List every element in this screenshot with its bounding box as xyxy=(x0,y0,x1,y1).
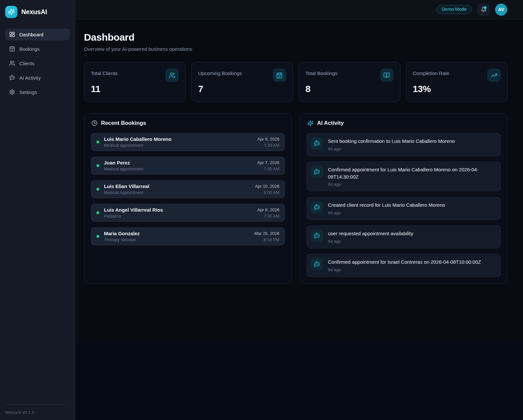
brand: NexusAI xyxy=(5,5,70,19)
booking-list-item[interactable]: Juan Perez Medical appointment Apr 7, 20… xyxy=(91,157,285,175)
booking-name: Luis Mario Caballero Moreno xyxy=(104,136,253,142)
booking-time: 7:30 AM xyxy=(257,166,279,171)
stat-card-total-clients: Total Clients 11 xyxy=(84,62,186,102)
sidebar-item-settings[interactable]: Settings xyxy=(5,86,70,98)
booking-name: Maria Gonzalez xyxy=(104,231,250,236)
stat-value: 7 xyxy=(198,84,286,94)
ai-activity-panel: AI Activity Sent booking confirmation to… xyxy=(300,113,508,284)
booking-list-item[interactable]: Luis Mario Caballero Moreno Medical appo… xyxy=(91,133,285,151)
activity-list-item[interactable]: Created client record for Luis Mario Cab… xyxy=(307,197,501,220)
notifications-button[interactable] xyxy=(477,4,490,16)
booking-date: Apr 9, 2026 xyxy=(257,137,279,142)
stat-value: 13% xyxy=(413,84,501,94)
activity-list-item[interactable]: user requested appointment availability … xyxy=(307,225,501,248)
sidebar-item-label: Settings xyxy=(19,89,37,95)
main-area: Demo Mode AV Dashboard Overview of your … xyxy=(75,0,523,420)
clock-icon xyxy=(91,120,97,126)
app-root: { "app": { "name": "NexusAI", "version":… xyxy=(0,0,523,420)
activity-text: user requested appointment availability xyxy=(328,230,495,237)
booking-time: 7:30 AM xyxy=(257,143,279,148)
stat-label: Total Clients xyxy=(91,68,118,76)
activity-list-item[interactable]: Sent booking confirmation to Luis Mario … xyxy=(307,133,501,156)
sparkles-icon xyxy=(307,120,313,126)
recent-bookings-panel: Recent Bookings Luis Mario Caballero Mor… xyxy=(84,113,292,284)
booking-date: Apr 10, 2026 xyxy=(255,184,279,189)
sidebar-item-label: Dashboard xyxy=(19,32,43,37)
booking-time: 7:30 AM xyxy=(257,214,279,219)
booking-date: Apr 7, 2026 xyxy=(257,160,279,165)
bot-icon xyxy=(311,166,323,178)
stat-value: 11 xyxy=(91,84,179,94)
booking-type: Medical appointment xyxy=(104,143,253,148)
panels-row: Recent Bookings Luis Mario Caballero Mor… xyxy=(84,113,508,284)
notification-dot xyxy=(484,6,487,9)
sidebar-item-clients[interactable]: Clients xyxy=(5,57,70,69)
dashboard-page: Dashboard Overview of your AI-powered bu… xyxy=(75,19,523,343)
stat-card-total-bookings: Total Bookings 8 xyxy=(299,62,400,102)
activity-text: Confirmed appointment for Israel Contrer… xyxy=(328,258,495,266)
activity-list-item[interactable]: Confirmed appointment for Israel Contrer… xyxy=(307,254,501,277)
bot-icon xyxy=(311,201,323,213)
activity-text: Sent booking confirmation to Luis Mario … xyxy=(328,138,495,145)
stat-label: Upcoming Bookings xyxy=(198,68,242,76)
status-dot xyxy=(96,141,99,143)
bot-icon xyxy=(9,75,15,81)
status-dot xyxy=(96,235,99,238)
booking-type: Medical appointment xyxy=(104,166,253,171)
sidebar-item-label: Clients xyxy=(19,61,34,66)
trending-up-icon xyxy=(487,68,501,82)
sidebar-item-dashboard[interactable]: Dashboard xyxy=(5,29,70,40)
users-icon xyxy=(165,68,179,82)
recent-bookings-header: Recent Bookings xyxy=(91,120,285,126)
booking-name: Luis Elian Villarreal xyxy=(104,183,251,189)
booking-type: Pediatría xyxy=(104,214,253,219)
book-open-icon xyxy=(380,68,393,82)
ai-activity-header: AI Activity xyxy=(307,120,501,126)
booking-list-item[interactable]: Maria Gonzalez Therapy Session Mar 25, 2… xyxy=(91,227,285,245)
layout-dashboard-icon xyxy=(9,31,15,37)
avatar[interactable]: AV xyxy=(495,4,507,16)
bot-icon xyxy=(311,258,323,270)
activity-list: Sent booking confirmation to Luis Mario … xyxy=(307,133,501,277)
stat-label: Completion Rate xyxy=(413,68,450,76)
activity-text: Confirmed appointment for Luis Mario Cab… xyxy=(328,166,495,181)
nexusai-logo-icon xyxy=(5,6,17,18)
page-title: Dashboard xyxy=(84,32,508,43)
booking-time: 8:00 AM xyxy=(255,190,279,195)
booking-name: Luis Angel Villarreal Rios xyxy=(104,207,253,213)
activity-timestamp: 9d ago xyxy=(328,146,495,151)
panel-title: Recent Bookings xyxy=(101,120,146,126)
stats-row: Total Clients 11 Upcoming Bookings 7 Tot… xyxy=(84,62,508,102)
bot-icon xyxy=(311,137,323,149)
demo-mode-badge: Demo Mode xyxy=(436,5,472,14)
topbar: Demo Mode AV xyxy=(75,0,523,19)
app-title: NexusAI xyxy=(21,8,47,16)
calendar-check-icon xyxy=(9,46,15,52)
sidebar-item-label: Bookings xyxy=(19,46,40,52)
users-icon xyxy=(9,60,15,66)
sidebar-item-bookings[interactable]: Bookings xyxy=(5,43,70,55)
bot-icon xyxy=(311,230,323,242)
panel-title: AI Activity xyxy=(317,120,344,126)
activity-timestamp: 9d ago xyxy=(328,267,495,272)
stat-card-completion-rate: Completion Rate 13% xyxy=(406,62,508,102)
activity-text: Created client record for Luis Mario Cab… xyxy=(328,201,495,209)
sidebar-footer: NexusAI v0.1.0 xyxy=(5,404,70,415)
status-dot xyxy=(96,211,99,214)
activity-timestamp: 9d ago xyxy=(328,210,495,215)
stat-card-upcoming-bookings: Upcoming Bookings 7 xyxy=(191,62,293,102)
activity-list-item[interactable]: Confirmed appointment for Luis Mario Cab… xyxy=(307,162,501,192)
booking-list-item[interactable]: Luis Angel Villarreal Rios Pediatría Apr… xyxy=(91,204,285,222)
sidebar-nav: Dashboard Bookings Clients AI Activity S… xyxy=(5,29,70,98)
activity-timestamp: 9d ago xyxy=(328,239,495,244)
booking-date: Apr 8, 2026 xyxy=(257,207,279,212)
activity-timestamp: 9d ago xyxy=(328,182,495,187)
app-version: NexusAI v0.1.0 xyxy=(5,410,34,415)
sidebar-item-ai-activity[interactable]: AI Activity xyxy=(5,72,70,84)
page-subtitle: Overview of your AI-powered business ope… xyxy=(84,46,508,52)
booking-list-item[interactable]: Luis Elian Villarreal Medical Appointmen… xyxy=(91,180,285,198)
stat-value: 8 xyxy=(306,84,393,94)
booking-list: Luis Mario Caballero Moreno Medical appo… xyxy=(91,133,285,245)
status-dot xyxy=(96,188,99,191)
sidebar-item-label: AI Activity xyxy=(19,75,41,81)
